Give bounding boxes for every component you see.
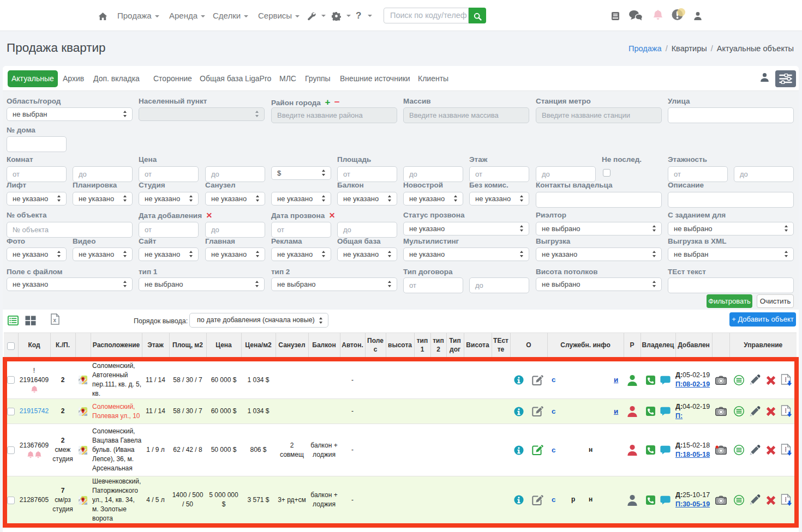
- svg-text:x: x: [53, 317, 57, 323]
